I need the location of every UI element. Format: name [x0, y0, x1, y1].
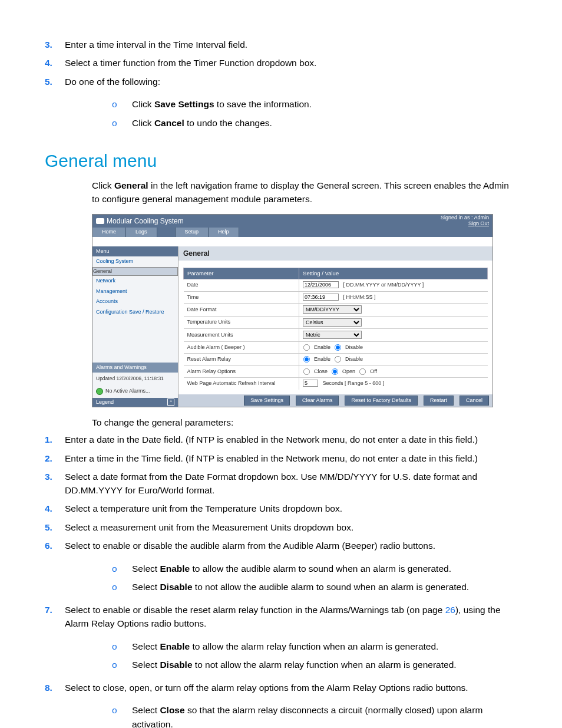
- gs-1: Enter a date in the Date field. (If NTP …: [65, 433, 517, 446]
- date-format-select[interactable]: MM/DD/YYYY: [303, 305, 362, 314]
- date-input[interactable]: [303, 281, 339, 288]
- date-hint: [ DD.MM.YYYY or MM/DD/YYYY ]: [343, 282, 424, 288]
- row-reset-label: Reset Alarm Relay: [184, 354, 299, 366]
- step-num: 3.: [45, 38, 65, 51]
- refresh-hint: Seconds [ Range 5 - 600 ]: [323, 380, 385, 386]
- save-settings-button[interactable]: Save Settings: [244, 396, 290, 406]
- tab-home[interactable]: Home: [92, 228, 126, 237]
- expand-icon[interactable]: +: [167, 398, 174, 406]
- gs-7: Select to enable or disable the reset al…: [65, 603, 517, 631]
- row-format-label: Date Format: [184, 304, 299, 317]
- nav-cooling[interactable]: Cooling System: [92, 256, 178, 267]
- row-munit-label: Measurement Units: [184, 329, 299, 342]
- restart-button[interactable]: Restart: [424, 396, 454, 406]
- alarms-header: Alarms and Warnings: [92, 363, 178, 373]
- nav-general[interactable]: General: [92, 267, 178, 276]
- step-num: 5.: [45, 75, 65, 88]
- gs-4: Select a temperature unit from the Tempe…: [65, 502, 517, 515]
- step-4: Select a timer function from the Timer F…: [65, 56, 517, 70]
- tab-setup[interactable]: Setup: [175, 228, 209, 237]
- row-tunit-label: Temperature Units: [184, 316, 299, 329]
- parameter-table: Parameter Setting / Value Date [ DD.MM.Y…: [183, 268, 488, 390]
- user-status: Signed in as : Admin Sign Out: [441, 215, 489, 227]
- updated-text: Updated 12/20/2006, 11:18:31: [92, 373, 178, 385]
- app-titlebar: Modular Cooling System Signed in as : Ad…: [92, 215, 492, 228]
- beeper-disable-radio[interactable]: [335, 344, 341, 351]
- screenshot: Modular Cooling System Signed in as : Ad…: [92, 214, 493, 407]
- sub-7: oSelect Enable to allow the alarm relay …: [112, 640, 517, 672]
- step-5: Do one of the following:: [65, 75, 517, 88]
- row-date-label: Date: [184, 279, 299, 292]
- page-title: General: [178, 246, 492, 261]
- reset-disable-radio[interactable]: [335, 356, 341, 363]
- change-steps: 1.Enter a date in the Date field. (If NT…: [45, 433, 517, 552]
- legend-bar[interactable]: Legend +: [92, 398, 178, 407]
- sub-steps-5: oClick Save Settings to save the informa…: [112, 97, 517, 130]
- step-3: Enter a time interval in the Time Interv…: [65, 38, 517, 51]
- app-title: Modular Cooling System: [107, 216, 184, 226]
- relay-off-radio[interactable]: [359, 368, 366, 375]
- nav-network[interactable]: Network: [92, 276, 178, 286]
- menu-header: Menu: [92, 246, 178, 257]
- active-alarms: No Active Alarms...: [92, 385, 178, 398]
- sidebar: Menu Cooling System General Network Mana…: [92, 246, 178, 407]
- time-input[interactable]: [303, 294, 339, 301]
- gs-6: Select to enable or disable the audible …: [65, 539, 517, 552]
- nav-management[interactable]: Management: [92, 286, 178, 297]
- tab-logs[interactable]: Logs: [126, 228, 157, 237]
- sub-5b: Click Cancel to undo the changes.: [132, 116, 517, 130]
- nav-config[interactable]: Configuration Save / Restore: [92, 307, 178, 318]
- gs-3: Select a date format from the Date Forma…: [65, 470, 517, 498]
- time-hint: [ HH:MM:SS ]: [343, 294, 376, 300]
- section-heading: General menu: [45, 147, 517, 174]
- step-num: 4.: [45, 56, 65, 70]
- sign-out-link[interactable]: Sign Out: [441, 221, 489, 227]
- sub-6: oSelect Enable to allow the audible alar…: [112, 562, 517, 594]
- relay-close-radio[interactable]: [303, 368, 310, 375]
- row-time-label: Time: [184, 291, 299, 304]
- row-relay-label: Alarm Relay Options: [184, 365, 299, 378]
- meas-units-select[interactable]: Metric: [303, 331, 362, 339]
- reset-enable-radio[interactable]: [303, 356, 310, 363]
- nav-accounts[interactable]: Accounts: [92, 297, 178, 307]
- bullet-icon: o: [112, 97, 132, 111]
- bullet-icon: o: [112, 116, 132, 130]
- tab-help[interactable]: Help: [209, 228, 239, 237]
- intro-para: Click General in the left navigation fra…: [92, 179, 517, 206]
- page-link[interactable]: 26: [445, 605, 455, 615]
- sub-5a: Click Save Settings to save the informat…: [132, 97, 517, 111]
- th-value: Setting / Value: [299, 268, 488, 279]
- row-beeper-label: Audible Alarm ( Beeper ): [184, 341, 299, 354]
- after-shot: To change the general parameters:: [92, 416, 517, 429]
- gs-2: Enter a time in the Time field. (If NTP …: [65, 452, 517, 465]
- beeper-enable-radio[interactable]: [303, 344, 310, 351]
- status-ok-icon: [96, 388, 103, 395]
- relay-open-radio[interactable]: [332, 368, 338, 375]
- temp-units-select[interactable]: Celsius: [303, 318, 362, 327]
- sub-8: oSelect Close so that the alarm relay di…: [112, 703, 517, 728]
- row-refresh-label: Web Page Automatic Refresh Interval: [184, 378, 299, 390]
- gs-8: Select to close, open, or turn off the a…: [65, 681, 517, 694]
- button-row: Save Settings Clear Alarms Reset to Fact…: [178, 394, 492, 407]
- clear-alarms-button[interactable]: Clear Alarms: [296, 396, 339, 406]
- hp-logo-icon: [96, 218, 104, 224]
- gs-5: Select a measurement unit from the Measu…: [65, 521, 517, 534]
- refresh-input[interactable]: [303, 380, 318, 387]
- reset-defaults-button[interactable]: Reset to Factory Defaults: [345, 396, 418, 406]
- cancel-button[interactable]: Cancel: [459, 396, 489, 406]
- menubar: Home Logs Setup Help: [92, 228, 492, 237]
- top-steps: 3.Enter a time interval in the Time Inte…: [45, 38, 517, 88]
- th-parameter: Parameter: [184, 268, 299, 279]
